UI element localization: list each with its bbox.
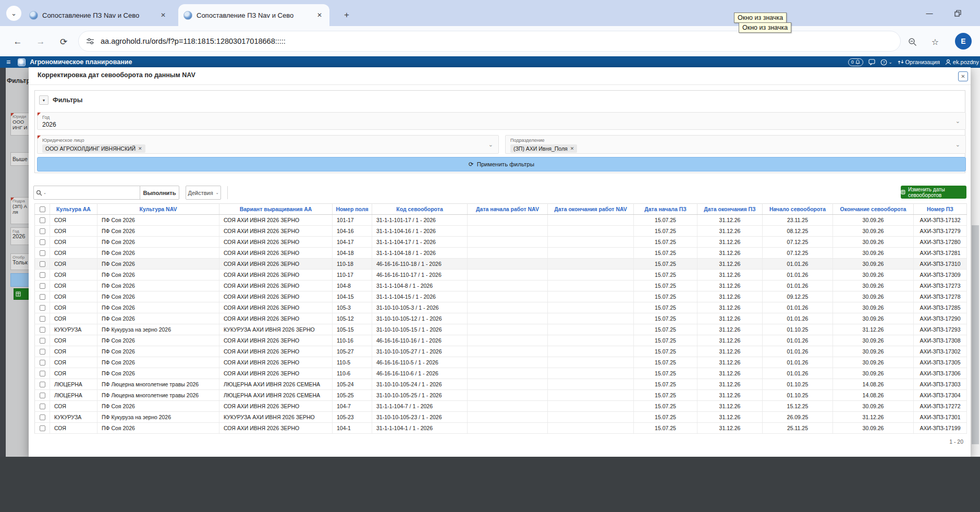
division-chip[interactable]: (ЗП) АХИ Ивня_Поля✕ bbox=[510, 144, 577, 153]
column-header[interactable]: Дата начала работ NAV bbox=[468, 204, 548, 215]
browser-profile-avatar[interactable]: E bbox=[955, 33, 972, 50]
table-cell: 30.09.26 bbox=[833, 215, 914, 226]
window-minimize-button[interactable]: — bbox=[922, 6, 937, 20]
field-label: Подразделение bbox=[510, 138, 965, 143]
browser-tab-strip: ⌄ Сопоставление ПЗ Nav и Сево ✕ Сопостав… bbox=[0, 0, 980, 26]
organization-switcher[interactable]: Организация bbox=[898, 59, 940, 65]
row-checkbox[interactable] bbox=[40, 228, 45, 234]
row-checkbox[interactable] bbox=[40, 217, 45, 223]
collapse-region-button[interactable]: ▼ bbox=[39, 95, 48, 105]
table-cell: 15.07.25 bbox=[634, 346, 697, 357]
row-checkbox[interactable] bbox=[40, 239, 45, 245]
tab-search-button[interactable]: ⌄ bbox=[6, 6, 21, 21]
row-checkbox[interactable] bbox=[40, 338, 45, 344]
row-checkbox[interactable] bbox=[40, 283, 45, 289]
table-cell: 01.01.26 bbox=[763, 281, 833, 291]
column-header[interactable]: Номер ПЗ bbox=[914, 204, 967, 215]
select-all-checkbox[interactable] bbox=[40, 206, 45, 212]
table-cell: 30.09.26 bbox=[833, 302, 914, 313]
row-checkbox[interactable] bbox=[40, 360, 45, 365]
chat-button[interactable] bbox=[868, 59, 875, 65]
table-cell: СОЯ bbox=[50, 291, 97, 302]
remove-chip-icon[interactable]: ✕ bbox=[138, 146, 142, 151]
row-checkbox[interactable] bbox=[40, 425, 45, 431]
table-cell: 30.09.26 bbox=[833, 335, 914, 346]
search-input[interactable] bbox=[48, 186, 140, 200]
apply-filters-button[interactable]: ⟳ Применить фильтры bbox=[37, 157, 966, 172]
row-checkbox[interactable] bbox=[40, 393, 45, 398]
column-header[interactable]: Код севооборота bbox=[372, 204, 468, 215]
table-cell: 105-25 bbox=[333, 390, 372, 401]
table-cell: ПФ Соя 2026 bbox=[97, 346, 219, 357]
table-cell: 15.07.25 bbox=[634, 390, 697, 401]
go-button[interactable]: Выполнить bbox=[140, 186, 179, 200]
column-header[interactable]: Дата окончания работ NAV bbox=[548, 204, 634, 215]
column-header[interactable]: Культура NAV bbox=[97, 204, 219, 215]
checkbox-cell bbox=[35, 302, 50, 313]
notifications-button[interactable]: 0 bbox=[848, 58, 863, 66]
division-select[interactable]: Подразделение (ЗП) АХИ Ивня_Поля✕ ⌄ bbox=[505, 135, 966, 154]
column-header[interactable]: Культура АА bbox=[50, 204, 97, 215]
column-header[interactable]: Вариант выращивания АА bbox=[219, 204, 333, 215]
chevron-down-icon: ⌄ bbox=[488, 141, 493, 148]
table-cell: 15.07.25 bbox=[634, 412, 697, 423]
row-checkbox[interactable] bbox=[40, 250, 45, 256]
column-header[interactable]: Окончание севооборота bbox=[833, 204, 914, 215]
menu-icon[interactable]: ≡ bbox=[6, 58, 10, 66]
column-header[interactable]: Номер поля bbox=[333, 204, 372, 215]
change-crop-rotation-dates-button[interactable]: Изменить даты севооборотов bbox=[901, 186, 966, 199]
table-cell: 15.07.25 bbox=[634, 248, 697, 259]
table-cell: АХИ-ЗПЗ-17285 bbox=[914, 302, 967, 313]
table-cell: АХИ-ЗПЗ-17304 bbox=[914, 390, 967, 401]
tooltip: Окно из значка bbox=[739, 22, 791, 33]
checkbox-cell bbox=[35, 390, 50, 401]
row-checkbox[interactable] bbox=[40, 261, 45, 267]
user-menu[interactable]: ek.pozdny bbox=[945, 59, 979, 65]
row-checkbox[interactable] bbox=[40, 327, 45, 333]
year-select[interactable]: Год 2026 ⌄ bbox=[37, 112, 966, 130]
table-row: СОЯПФ Соя 2026СОЯ АХИ ИВНЯ 2026 ЗЕРНО110… bbox=[35, 357, 967, 368]
row-checkbox[interactable] bbox=[40, 316, 45, 322]
checkbox-cell bbox=[35, 259, 50, 270]
back-icon[interactable]: ← bbox=[11, 35, 24, 48]
row-checkbox[interactable] bbox=[40, 382, 45, 387]
reload-icon[interactable]: ⟳ bbox=[57, 35, 70, 48]
table-cell bbox=[548, 324, 634, 335]
tooltip: Окно из значка bbox=[734, 13, 787, 23]
search-icon bbox=[36, 190, 42, 196]
row-checkbox[interactable] bbox=[40, 305, 45, 311]
row-checkbox[interactable] bbox=[40, 404, 45, 409]
address-bar[interactable]: aa.agrohold.ru/ords/f?p=118:1815:1280301… bbox=[78, 31, 901, 52]
zoom-out-icon[interactable] bbox=[906, 35, 918, 48]
bookmark-star-icon[interactable]: ☆ bbox=[929, 35, 941, 48]
remove-chip-icon[interactable]: ✕ bbox=[570, 146, 574, 151]
column-header[interactable]: Дата окончания ПЗ bbox=[697, 204, 763, 215]
row-checkbox[interactable] bbox=[40, 294, 45, 300]
help-button[interactable]: ? ⌄ bbox=[880, 59, 892, 66]
legal-entity-chip[interactable]: ООО АГРОХОЛДИНГ ИВНЯНСКИЙ✕ bbox=[42, 144, 145, 153]
bell-icon bbox=[855, 59, 860, 65]
table-cell: АХИ-ЗПЗ-17306 bbox=[914, 368, 967, 379]
table-row: СОЯПФ Соя 2026СОЯ АХИ ИВНЯ 2026 ЗЕРНО110… bbox=[35, 259, 967, 270]
modal-close-button[interactable]: ✕ bbox=[958, 71, 968, 81]
row-checkbox[interactable] bbox=[40, 349, 45, 355]
actions-button[interactable]: Действия ⌄ bbox=[186, 186, 221, 200]
window-restore-button[interactable] bbox=[950, 6, 965, 20]
column-header[interactable]: Дата начала ПЗ bbox=[634, 204, 697, 215]
row-checkbox[interactable] bbox=[40, 272, 45, 278]
tab-close-icon[interactable]: ✕ bbox=[315, 11, 324, 19]
page-scrollbar-thumb[interactable] bbox=[972, 225, 979, 444]
table-cell: 31-1-1-104-16 / 1 - 2026 bbox=[372, 226, 468, 237]
column-header[interactable]: Начало севооборота bbox=[763, 204, 833, 215]
forward-icon[interactable]: → bbox=[34, 35, 47, 48]
tab-close-icon[interactable]: ✕ bbox=[158, 11, 168, 19]
row-checkbox[interactable] bbox=[40, 415, 45, 420]
browser-tab-1[interactable]: Сопоставление ПЗ Nav и Сево ✕ bbox=[24, 4, 173, 26]
browser-toolbar: ← → ⟳ aa.agrohold.ru/ords/f?p=118:1815:1… bbox=[0, 26, 980, 56]
browser-tab-2-active[interactable]: Сопоставление ПЗ Nav и Сево ✕ bbox=[178, 4, 329, 26]
table-cell: 15.07.25 bbox=[634, 226, 697, 237]
row-checkbox[interactable] bbox=[40, 371, 45, 376]
new-tab-button[interactable]: + bbox=[340, 8, 353, 22]
legal-entity-select[interactable]: Юридическое лицо ООО АГРОХОЛДИНГ ИВНЯНСК… bbox=[37, 135, 499, 154]
search-options-button[interactable]: ⌄ bbox=[33, 186, 49, 200]
